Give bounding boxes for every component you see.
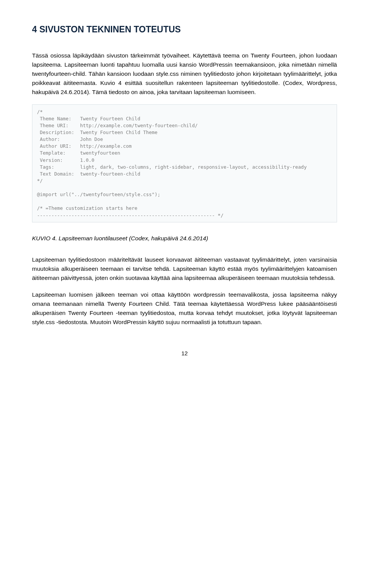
code-line: /* [37,109,43,115]
code-line: Tags: light, dark, two-columns, right-si… [37,164,307,170]
body-paragraph: Lapsiteeman tyylitiedostoon määriteltävä… [32,255,337,283]
code-line: */ [37,178,43,184]
code-line: Author: John Doe [37,136,103,142]
figure-caption: KUVIO 4. Lapsiteeman luontilauseet (Code… [32,234,337,243]
code-line: Author URI: http://example.com [37,143,132,149]
body-paragraph: Lapsiteeman luomisen jälkeen teeman voi … [32,290,337,327]
code-block-style-css: /* Theme Name: Twenty Fourteen Child The… [32,104,337,222]
code-line: Description: Twenty Fourteen Child Theme [37,129,157,135]
code-line: ----------------------------------------… [37,213,223,218]
intro-paragraph: Tässä osiossa läpikäydään sivuston tärke… [32,51,337,97]
code-line: Version: 1.0.0 [37,157,95,163]
page-number: 12 [32,349,337,358]
code-line: Template: twentyfourteen [37,150,120,156]
code-line: Theme Name: Twenty Fourteen Child [37,116,140,121]
code-line: @import url("../twentyfourteen/style.css… [37,192,161,197]
code-line: /* =Theme customization starts here [37,205,137,211]
section-heading: 4 SIVUSTON TEKNINEN TOTEUTUS [32,23,337,37]
code-line: Theme URI: http://example.com/twenty-fou… [37,123,197,128]
code-line: Text Domain: twenty-fourteen-child [37,171,140,177]
